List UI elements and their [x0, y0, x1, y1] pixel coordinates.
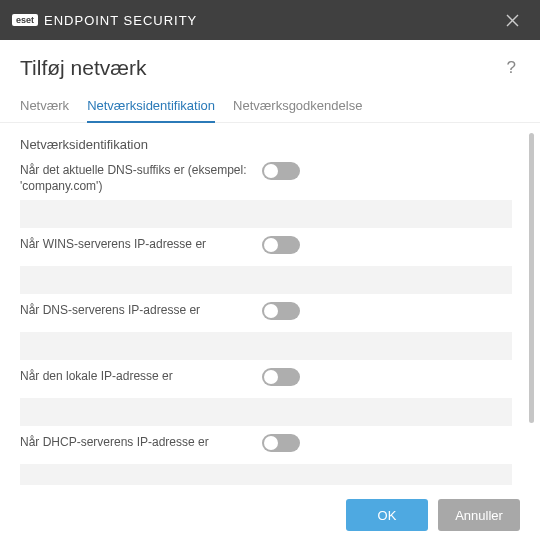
label-wins-ip: Når WINS-serverens IP-adresse er	[20, 234, 250, 252]
row-local-ip: Når den lokale IP-adresse er	[20, 366, 512, 426]
titlebar: eset ENDPOINT SECURITY	[0, 0, 540, 40]
toggle-dns-ip[interactable]	[262, 302, 300, 320]
row-dns-ip: Når DNS-serverens IP-adresse er	[20, 300, 512, 360]
input-dns-ip[interactable]	[20, 332, 512, 360]
row-dns-suffix: Når det aktuelle DNS-suffiks er (eksempe…	[20, 160, 512, 228]
toggle-dhcp-ip[interactable]	[262, 434, 300, 452]
dialog-header: Tilføj netværk ?	[0, 40, 540, 88]
page-title: Tilføj netværk	[20, 56, 503, 80]
brand: eset ENDPOINT SECURITY	[12, 13, 197, 28]
help-icon[interactable]: ?	[503, 54, 520, 82]
input-wins-ip[interactable]	[20, 266, 512, 294]
toggle-wins-ip[interactable]	[262, 236, 300, 254]
close-icon[interactable]	[496, 4, 528, 36]
section-title: Netværksidentifikation	[20, 123, 512, 160]
toggle-local-ip[interactable]	[262, 368, 300, 386]
scrollbar-thumb[interactable]	[529, 133, 534, 423]
row-wins-ip: Når WINS-serverens IP-adresse er	[20, 234, 512, 294]
label-dns-suffix: Når det aktuelle DNS-suffiks er (eksempe…	[20, 160, 250, 194]
label-dhcp-ip: Når DHCP-serverens IP-adresse er	[20, 432, 250, 450]
label-local-ip: Når den lokale IP-adresse er	[20, 366, 250, 384]
input-dns-suffix[interactable]	[20, 200, 512, 228]
scrollbar[interactable]	[529, 133, 534, 485]
tab-network-identification[interactable]: Netværksidentifikation	[87, 92, 215, 123]
tab-network[interactable]: Netværk	[20, 92, 69, 122]
tab-network-authentication[interactable]: Netværksgodkendelse	[233, 92, 362, 122]
label-dns-ip: Når DNS-serverens IP-adresse er	[20, 300, 250, 318]
row-dhcp-ip: Når DHCP-serverens IP-adresse er	[20, 432, 512, 485]
cancel-button[interactable]: Annuller	[438, 499, 520, 531]
input-dhcp-ip[interactable]	[20, 464, 512, 485]
tabs: Netværk Netværksidentifikation Netværksg…	[0, 88, 540, 123]
content-area: Netværksidentifikation Når det aktuelle …	[20, 123, 530, 485]
ok-button[interactable]: OK	[346, 499, 428, 531]
input-local-ip[interactable]	[20, 398, 512, 426]
brand-text: ENDPOINT SECURITY	[44, 13, 197, 28]
footer: OK Annuller	[0, 485, 540, 540]
brand-logo: eset	[12, 14, 38, 26]
toggle-dns-suffix[interactable]	[262, 162, 300, 180]
